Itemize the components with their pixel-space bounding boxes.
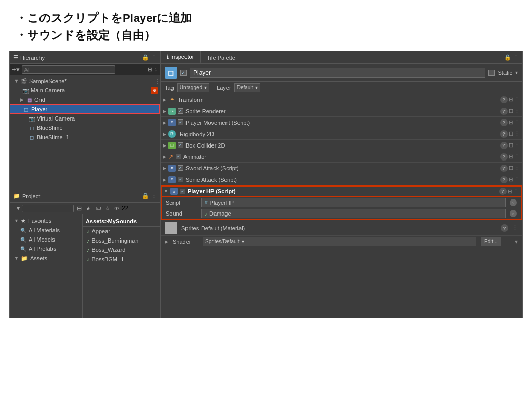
tag-layer-row: Tag Untagged ▾ Layer Default ▾ bbox=[161, 82, 522, 94]
rigidbody-help-icon[interactable]: ? bbox=[500, 130, 508, 138]
project-item-assets[interactable]: ▼ 📁 Assets bbox=[10, 254, 82, 263]
project-item-all-materials[interactable]: 🔍 All Materials bbox=[10, 225, 82, 235]
inspector-more-icon: ⋮ bbox=[513, 54, 519, 61]
sound-boss-burningman[interactable]: ♪ Boss_Burningman bbox=[83, 236, 160, 245]
sword-attack-checkbox[interactable]: ✓ bbox=[178, 165, 183, 171]
scene-name: SampleScene* bbox=[29, 78, 67, 84]
sword-attack-more-icon[interactable]: ⋮ bbox=[514, 165, 520, 171]
transform-help-icon[interactable]: ? bbox=[500, 96, 508, 103]
material-name: Sprites-Default (Material) bbox=[181, 225, 497, 231]
component-animator[interactable]: ▶ ↗ ✓ Animator ? ⊟ ⋮ bbox=[161, 151, 522, 163]
static-checkbox[interactable] bbox=[488, 70, 495, 76]
project-toolbar: +▾ ⊞ ★ 🏷 ☆ 👁 22 bbox=[10, 203, 160, 214]
hierarchy-item-blueslime[interactable]: ◻ BlueSlime bbox=[10, 123, 160, 132]
tab-tile-palette[interactable]: Tile Palette bbox=[201, 52, 242, 63]
collider-checkbox[interactable]: ✓ bbox=[178, 142, 183, 148]
player-hp-checkbox[interactable]: ✓ bbox=[180, 189, 185, 194]
hierarchy-item-grid[interactable]: ▶ ▦ Grid bbox=[10, 95, 160, 104]
component-player-hp[interactable]: ▼ # ✓ Player HP (Script) ? ⊟ ⋮ bbox=[161, 185, 522, 197]
player-hp-settings-icon[interactable]: ⊟ bbox=[508, 188, 512, 195]
shader-row: ▶ Shader Sprites/Default ▾ Edit... ≡ ▾ bbox=[161, 235, 522, 247]
sound-bossbgm1[interactable]: ♪ BossBGM_1 bbox=[83, 255, 160, 264]
player-name-field[interactable] bbox=[190, 68, 485, 78]
player-hp-more-icon[interactable]: ⋮ bbox=[513, 188, 519, 195]
sound-appear[interactable]: ♪ Appear bbox=[83, 227, 160, 236]
component-box-collider2d[interactable]: ▶ □ ✓ Box Collider 2D ? ⊟ ⋮ bbox=[161, 140, 522, 151]
sound-value-text: Damage bbox=[209, 210, 231, 217]
hierarchy-scene-item[interactable]: ▼ 🎬 SampleScene* ⋮ bbox=[10, 76, 160, 86]
sonic-attack-help-icon[interactable]: ? bbox=[500, 176, 508, 183]
project-favorite-btn[interactable]: ☆ bbox=[104, 205, 111, 212]
hierarchy-item-main-camera[interactable]: 📷 Main Camera ⚙ bbox=[10, 86, 160, 95]
animator-help-icon[interactable]: ? bbox=[500, 153, 508, 161]
project-filter-btn[interactable]: ⊞ bbox=[76, 205, 83, 212]
component-sprite-renderer[interactable]: ▶ S ✓ Sprite Renderer ? ⊟ ⋮ bbox=[161, 105, 522, 117]
tab-inspector[interactable]: ℹ Inspector bbox=[161, 51, 201, 63]
sound-boss-wizard[interactable]: ♪ Boss_Wizard bbox=[83, 245, 160, 255]
sonic-attack-more-icon[interactable]: ⋮ bbox=[514, 176, 520, 183]
tag-dropdown[interactable]: Untagged ▾ bbox=[177, 83, 209, 92]
collider-help-icon[interactable]: ? bbox=[500, 142, 508, 149]
sprite-checkbox[interactable]: ✓ bbox=[178, 108, 183, 114]
project-lock-icon: 🔒 bbox=[142, 193, 149, 200]
sound-circle-btn[interactable]: ○ bbox=[510, 210, 517, 217]
edit-button[interactable]: Edit... bbox=[481, 237, 501, 246]
project-search-input[interactable] bbox=[22, 205, 74, 212]
hierarchy-item-blueslime1[interactable]: ◻ BlueSlime_1 bbox=[10, 132, 160, 142]
movement-settings-icon[interactable]: ⊟ bbox=[509, 119, 513, 126]
transform-more-icon[interactable]: ⋮ bbox=[514, 96, 520, 103]
hierarchy-item-player[interactable]: ◻ Player bbox=[10, 104, 160, 114]
component-sword-attack[interactable]: ▶ # ✓ Sword Attack (Script) ? ⊟ ⋮ bbox=[161, 163, 522, 174]
sprite-help-icon[interactable]: ? bbox=[500, 108, 508, 115]
movement-more-icon[interactable]: ⋮ bbox=[514, 119, 520, 126]
shader-list-icon[interactable]: ≡ bbox=[506, 237, 511, 246]
hierarchy-sort-icon[interactable]: ↕ bbox=[154, 65, 158, 73]
blueslime-icon: ◻ bbox=[28, 124, 35, 131]
sonic-attack-settings-icon[interactable]: ⊟ bbox=[509, 176, 513, 183]
sonic-attack-checkbox[interactable]: ✓ bbox=[178, 177, 183, 182]
script-circle-btn[interactable]: ○ bbox=[510, 199, 517, 206]
project-item-favorites[interactable]: ▼ ★ Favorites bbox=[10, 216, 82, 225]
hierarchy-item-virtual-camera[interactable]: 📷 Virtual Camera bbox=[10, 114, 160, 123]
material-more-icon[interactable]: ⋮ bbox=[512, 224, 518, 231]
sprite-more-icon[interactable]: ⋮ bbox=[514, 108, 520, 114]
collider-icon: □ bbox=[168, 142, 176, 149]
sword-attack-help-icon[interactable]: ? bbox=[500, 165, 508, 172]
collider-more-icon[interactable]: ⋮ bbox=[514, 142, 520, 149]
transform-settings-icon[interactable]: ⊟ bbox=[509, 96, 513, 103]
project-item-all-prefabs[interactable]: 🔍 All Prefabs bbox=[10, 244, 82, 254]
project-tag-btn[interactable]: 🏷 bbox=[94, 205, 102, 212]
static-dropdown-arrow[interactable]: ▾ bbox=[515, 70, 518, 75]
component-player-movement[interactable]: ▶ # ✓ Player Movement (Script) ? ⊟ ⋮ bbox=[161, 117, 522, 128]
project-section: 📁 Project 🔒 ⋮ +▾ ⊞ ★ 🏷 ☆ 👁 22 bbox=[10, 190, 160, 318]
all-models-label: All Models bbox=[29, 236, 55, 243]
project-star-btn[interactable]: ★ bbox=[85, 205, 92, 212]
script-field-value[interactable]: # PlayerHP bbox=[201, 198, 506, 207]
hierarchy-search-input[interactable] bbox=[22, 65, 115, 74]
animator-settings-icon[interactable]: ⊟ bbox=[509, 153, 513, 160]
movement-checkbox[interactable]: ✓ bbox=[178, 119, 183, 125]
sprite-settings-icon[interactable]: ⊟ bbox=[509, 108, 513, 114]
rigidbody-more-icon[interactable]: ⋮ bbox=[514, 130, 520, 137]
material-help-icon[interactable]: ? bbox=[501, 224, 508, 232]
hierarchy-filter-icon[interactable]: ⊞ bbox=[147, 65, 153, 73]
shader-dropdown[interactable]: Sprites/Default ▾ bbox=[203, 237, 476, 246]
layer-dropdown[interactable]: Default ▾ bbox=[234, 83, 261, 92]
component-transform[interactable]: ▶ ✦ Transform ? ⊟ ⋮ bbox=[161, 94, 522, 105]
shader-more-icon[interactable]: ▾ bbox=[515, 238, 518, 245]
component-sonic-attack[interactable]: ▶ # ✓ Sonic Attack (Script) ? ⊟ ⋮ bbox=[161, 174, 522, 185]
camera-icon: 📷 bbox=[22, 87, 29, 94]
component-rigidbody2d[interactable]: ▶ R Rigidbody 2D ? ⊟ ⋮ bbox=[161, 128, 522, 140]
sound-field-value[interactable]: ♪ Damage bbox=[201, 209, 506, 218]
animator-more-icon[interactable]: ⋮ bbox=[514, 153, 520, 160]
collider-settings-icon[interactable]: ⊟ bbox=[509, 142, 513, 149]
animator-checkbox[interactable]: ✓ bbox=[176, 154, 181, 159]
movement-help-icon[interactable]: ? bbox=[500, 119, 508, 126]
player-active-checkbox[interactable]: ✓ bbox=[180, 70, 187, 76]
player-hp-help-icon[interactable]: ? bbox=[499, 188, 507, 195]
rigidbody-settings-icon[interactable]: ⊟ bbox=[509, 130, 513, 137]
project-add-btn[interactable]: +▾ bbox=[13, 205, 20, 212]
hierarchy-add-btn[interactable]: +▾ bbox=[12, 65, 20, 73]
sword-attack-settings-icon[interactable]: ⊟ bbox=[509, 165, 513, 171]
project-item-all-models[interactable]: 🔍 All Models bbox=[10, 235, 82, 244]
